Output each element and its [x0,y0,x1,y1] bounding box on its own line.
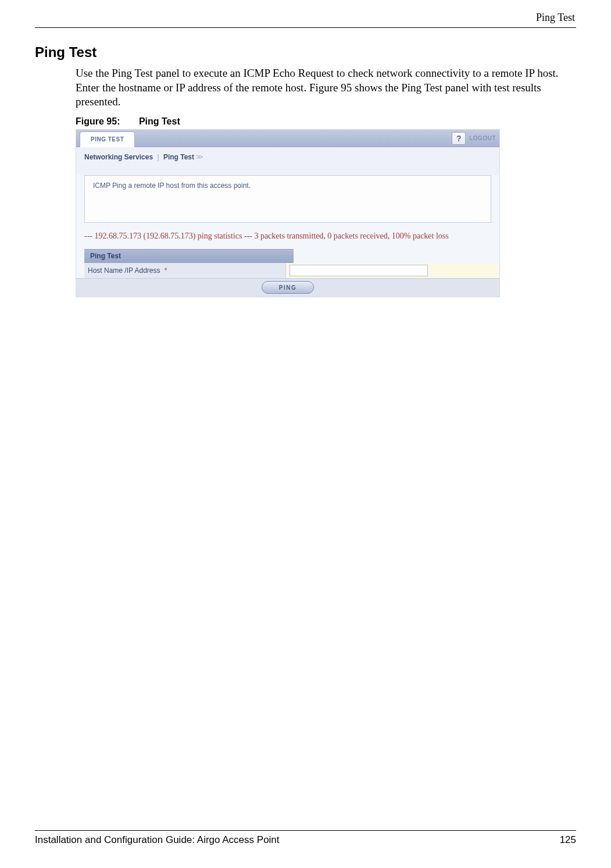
host-label-text: Host Name /IP Address [88,266,160,275]
ping-test-section-header: Ping Test [84,249,294,263]
help-button[interactable]: ? [452,132,466,145]
breadcrumb: Networking Services | Ping Test >> [76,147,499,175]
tab-ping-test[interactable]: PING TEST [80,131,135,147]
breadcrumb-sep: | [157,153,159,161]
tab-label: PING TEST [91,136,124,143]
button-row: PING [76,278,499,297]
figure-screenshot: PING TEST ? LOGOUT Networking Services |… [76,129,500,297]
footer-page-number: 125 [560,834,576,846]
breadcrumb-part1: Networking Services [84,153,153,161]
logout-link[interactable]: LOGOUT [469,135,496,141]
tab-bar: PING TEST ? LOGOUT [76,130,499,147]
page-header-text: Ping Test [536,12,575,23]
description-text: ICMP Ping a remote IP host from this acc… [93,182,251,190]
description-box: ICMP Ping a remote IP host from this acc… [84,175,491,223]
required-asterisk: * [165,266,167,275]
section-heading: Ping Test [1,44,576,61]
footer-left: Installation and Configuration Guide: Ai… [35,834,280,846]
figure-title: Ping Test [139,116,180,126]
host-input[interactable] [290,265,428,276]
help-icon: ? [456,134,462,143]
breadcrumb-part2: Ping Test [163,153,194,161]
figure-label: Figure 95: [76,116,120,126]
host-field-label: Host Name /IP Address * [84,266,285,275]
ping-button-label: PING [279,284,296,291]
breadcrumb-arrows-icon: >> [196,153,202,161]
ping-result-text: --- 192.68.75.173 (192.68.75.173) ping s… [84,231,491,242]
figure-caption: Figure 95: Ping Test [76,116,576,127]
form-row-host: Host Name /IP Address * [84,263,499,278]
tab-bar-right: ? LOGOUT [452,130,496,147]
page-footer: Installation and Configuration Guide: Ai… [35,830,576,846]
page-header: Ping Test [35,12,576,28]
ping-button[interactable]: PING [262,281,314,294]
host-input-wrap [285,263,499,278]
body-paragraph: Use the Ping Test panel to execute an IC… [76,66,574,109]
